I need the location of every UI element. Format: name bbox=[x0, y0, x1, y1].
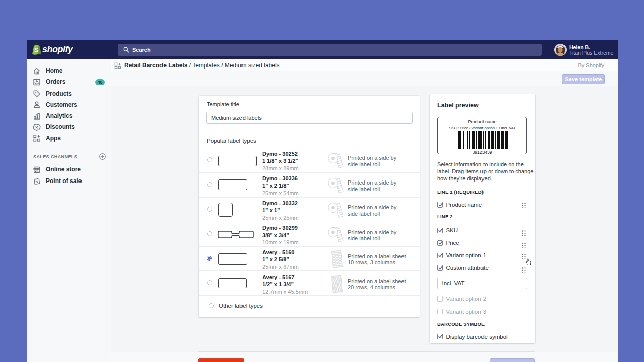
svg-text:s: s bbox=[36, 180, 38, 184]
svg-text:S: S bbox=[34, 46, 39, 54]
